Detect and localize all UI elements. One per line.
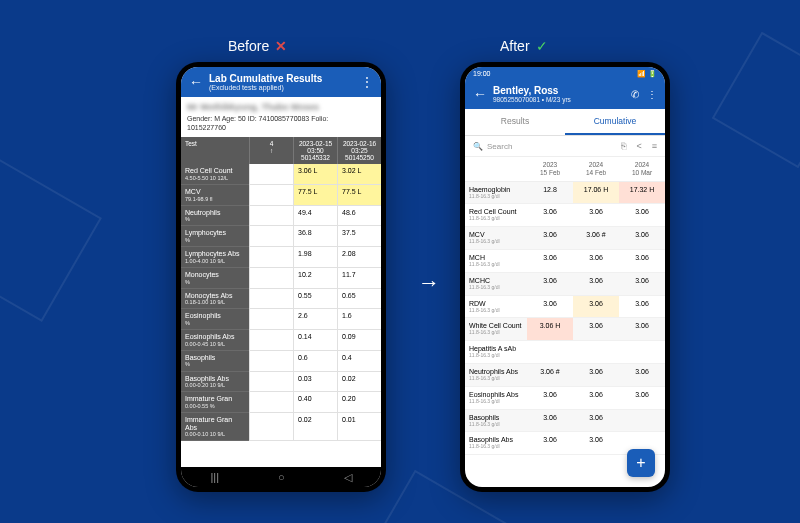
col-header-1: 202315 Feb <box>527 157 573 181</box>
header-actions: ✆ ⋮ <box>631 89 657 100</box>
bg-decoration <box>0 158 102 322</box>
table-row[interactable]: Basophils Abs0.00-0.20 10 9/L0.030.02 <box>181 372 381 393</box>
recents-icon[interactable]: ||| <box>210 471 219 483</box>
table-row[interactable]: MCH11.8-16.3 g/dl3.063.063.06 <box>465 250 665 273</box>
status-time: 19:00 <box>473 70 491 78</box>
screen-before: ← Lab Cumulative Results (Excluded tests… <box>181 67 381 487</box>
toolbar: 🔍 Search ⎘ < ≡ <box>465 136 665 157</box>
before-label: Before ✕ <box>228 38 287 54</box>
table-header-row: Test 4↑ 2023-02-1503:5050145332 2023-02-… <box>181 137 381 164</box>
table-row[interactable]: MCV11.8-16.3 g/dl3.063.06 #3.06 <box>465 227 665 250</box>
table-row[interactable]: Basophils%0.60.4 <box>181 351 381 372</box>
back-icon[interactable]: ← <box>189 74 203 90</box>
overflow-icon[interactable]: ⋮ <box>647 89 657 100</box>
table-row[interactable]: Eosinophils Abs11.8-16.3 g/dl3.063.063.0… <box>465 387 665 410</box>
table-row[interactable]: Red Cell Count4.50-5.50 10 12/L3.06 L3.0… <box>181 164 381 185</box>
col-header-2: 2023-02-1503:5050145332 <box>293 137 337 164</box>
table-row[interactable]: Eosinophils%2.61.6 <box>181 309 381 330</box>
page-subtitle: (Excluded tests applied) <box>209 84 355 91</box>
table-row[interactable]: RDW11.8-16.3 g/dl3.063.063.06 <box>465 296 665 319</box>
copy-icon[interactable]: ⎘ <box>621 141 626 151</box>
patient-line2: Gender: M Age: 50 ID: 7410085770083 Foli… <box>187 114 375 124</box>
header-before: ← Lab Cumulative Results (Excluded tests… <box>181 67 381 97</box>
tab-results[interactable]: Results <box>465 109 565 135</box>
table-row[interactable]: Basophils11.8-16.3 g/dl3.063.06 <box>465 410 665 433</box>
table-row[interactable]: White Cell Count11.8-16.3 g/dl3.06 H3.06… <box>465 318 665 341</box>
table-row[interactable]: Immature Gran0.00-0.55 %0.400.20 <box>181 392 381 413</box>
table-row[interactable]: Lymphocytes%36.837.5 <box>181 226 381 247</box>
table-row[interactable]: Monocytes Abs0.18-1.00 10 9/L0.550.65 <box>181 289 381 310</box>
screen-after: 19:00 📶 🔋 ← Bentley, Ross 9805255070081 … <box>465 67 665 487</box>
col-header-3: 202410 Mar <box>619 157 665 181</box>
tabs: Results Cumulative <box>465 109 665 136</box>
table-row[interactable]: MCHC11.8-16.3 g/dl3.063.063.06 <box>465 273 665 296</box>
results-table-after: 202315 Feb 202414 Feb 202410 Mar Haemogl… <box>465 157 665 487</box>
after-label: After ✓ <box>500 38 548 54</box>
table-row[interactable]: Eosinophils Abs0.00-0.45 10 9/L0.140.09 <box>181 330 381 351</box>
overflow-icon[interactable]: ⋮ <box>361 75 373 89</box>
filter-icon[interactable]: ≡ <box>652 141 657 151</box>
patient-name: Mr Mothibkyung, Thabo Moses <box>187 101 375 114</box>
back-icon[interactable]: ← <box>473 86 487 102</box>
results-table-before: Test 4↑ 2023-02-1503:5050145332 2023-02-… <box>181 137 381 467</box>
phone-after: 19:00 📶 🔋 ← Bentley, Ross 9805255070081 … <box>460 62 670 492</box>
search-input[interactable]: 🔍 Search <box>473 142 611 151</box>
page-title: Lab Cumulative Results <box>209 73 355 84</box>
bg-decoration <box>712 32 800 169</box>
col-header-2: 202414 Feb <box>573 157 619 181</box>
status-icons: 📶 🔋 <box>637 70 657 78</box>
add-button[interactable]: + <box>627 449 655 477</box>
table-row[interactable]: Monocytes%10.211.7 <box>181 268 381 289</box>
col-test-label: Test <box>181 137 249 164</box>
arrow-icon: → <box>418 270 440 296</box>
x-icon: ✕ <box>275 38 287 54</box>
check-icon: ✓ <box>536 38 548 54</box>
tab-cumulative[interactable]: Cumulative <box>565 109 665 135</box>
table-row[interactable]: Hepatitis A sAb11.8-16.3 g/dl <box>465 341 665 364</box>
patient-folio: 1015227760 <box>187 123 375 133</box>
call-icon[interactable]: ✆ <box>631 89 639 100</box>
patient-meta: Mr Mothibkyung, Thabo Moses Gender: M Ag… <box>181 97 381 137</box>
search-icon: 🔍 <box>473 142 483 151</box>
col-header-1: 4↑ <box>249 137 293 164</box>
table-header-row: 202315 Feb 202414 Feb 202410 Mar <box>465 157 665 182</box>
status-bar: 19:00 📶 🔋 <box>465 67 665 81</box>
table-row[interactable]: Immature Gran Abs0.00-0.10 10 9/L0.020.0… <box>181 413 381 441</box>
col-header-3: 2023-02-1603:2550145250 <box>337 137 381 164</box>
table-row[interactable]: MCV79.1-98.9 fl77.5 L77.5 L <box>181 185 381 206</box>
header-after: ← Bentley, Ross 9805255070081 • M/23 yrs… <box>465 81 665 109</box>
patient-meta: 9805255070081 • M/23 yrs <box>493 96 625 103</box>
table-row[interactable]: Red Cell Count11.8-16.3 g/dl3.063.063.06 <box>465 204 665 227</box>
share-icon[interactable]: < <box>636 141 641 151</box>
table-row[interactable]: Lymphocytes Abs1.00-4.00 10 9/L1.982.08 <box>181 247 381 268</box>
phone-before: ← Lab Cumulative Results (Excluded tests… <box>176 62 386 492</box>
android-navbar: ||| ○ ◁ <box>181 467 381 487</box>
table-row[interactable]: Neutrophils%49.448.6 <box>181 206 381 227</box>
home-icon[interactable]: ○ <box>278 471 285 483</box>
table-row[interactable]: Haemoglobin11.8-16.3 g/dl12.817.06 H17.3… <box>465 182 665 205</box>
table-row[interactable]: Neutrophils Abs11.8-16.3 g/dl3.06 #3.063… <box>465 364 665 387</box>
patient-name: Bentley, Ross <box>493 85 625 96</box>
back-nav-icon[interactable]: ◁ <box>344 471 352 484</box>
